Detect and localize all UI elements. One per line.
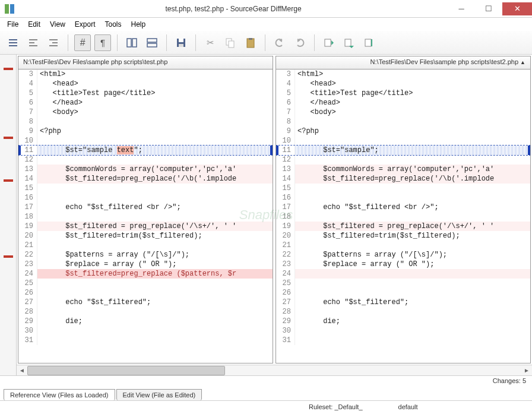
code-text	[37, 117, 273, 127]
diff-word-highlight: text	[117, 146, 134, 154]
right-code-body[interactable]: 3<html> 4 <head> 5 <title>Test page</tit…	[276, 69, 530, 363]
left-file-path: N:\TestFiles\Dev Files\sample php script…	[18, 56, 273, 69]
scroll-right-icon[interactable]: ►	[521, 366, 532, 375]
line-number: 20	[18, 231, 37, 241]
code-text: $commonWords = array('computer','pc','a'	[37, 165, 273, 174]
line-number: 30	[18, 326, 37, 336]
menu-view[interactable]: View	[45, 19, 70, 30]
align-right-icon[interactable]	[45, 34, 62, 51]
paste-icon[interactable]	[242, 34, 259, 51]
align-full-icon[interactable]	[5, 34, 21, 51]
code-text	[295, 155, 530, 165]
menu-help[interactable]: Help	[126, 19, 151, 30]
maximize-button[interactable]: ☐	[475, 2, 502, 15]
horizontal-scrollbar[interactable]: ◄ ►	[17, 365, 532, 375]
overview-ruler[interactable]	[0, 55, 17, 375]
tab-reference-view[interactable]: Reference View (Files as Loaded)	[4, 389, 115, 400]
undo-icon[interactable]	[271, 34, 288, 51]
code-text: $st_filtered=preg_replace('/\b('.implode	[295, 174, 530, 184]
menubar: File Edit View Export Tools Help	[0, 18, 532, 31]
line-number: 19	[18, 222, 37, 231]
code-text: </head>	[295, 98, 530, 108]
menu-edit[interactable]: Edit	[23, 19, 45, 30]
line-number: 21	[276, 241, 295, 250]
code-text: die;	[37, 317, 273, 326]
svg-rect-11	[127, 39, 131, 47]
code-text: </head>	[37, 98, 273, 108]
svg-rect-17	[179, 44, 183, 47]
line-number: 17	[276, 203, 295, 212]
cut-icon[interactable]: ✂	[202, 34, 218, 51]
overview-diff-mark[interactable]	[4, 68, 13, 70]
line-number: 5	[276, 88, 295, 98]
menu-tools[interactable]: Tools	[100, 19, 126, 30]
code-text	[37, 212, 273, 222]
code-text	[37, 193, 273, 203]
tab-edit-view[interactable]: Edit View (File as Edited)	[116, 389, 202, 400]
svg-rect-1	[10, 4, 14, 14]
code-text	[37, 184, 273, 193]
pilcrow-icon[interactable]: ¶	[94, 34, 111, 51]
svg-rect-24	[365, 39, 371, 46]
code-text: <head>	[37, 79, 273, 88]
svg-rect-14	[147, 43, 157, 47]
code-text	[37, 241, 273, 250]
line-number: 17	[18, 203, 37, 212]
line-number: 22	[18, 250, 37, 260]
redo-icon[interactable]	[292, 34, 308, 51]
code-text	[295, 326, 530, 336]
line-number: 11	[278, 146, 295, 155]
scroll-track[interactable]	[27, 366, 521, 375]
toolbar-separator	[195, 34, 196, 51]
code-text	[295, 117, 530, 127]
line-number: 15	[276, 184, 295, 193]
line-number: 16	[276, 193, 295, 203]
code-text: <html>	[37, 69, 273, 79]
code-text: <html>	[295, 69, 530, 79]
diff-content: Snapfiles N:\TestFiles\Dev Files\sample …	[0, 55, 532, 375]
line-number: 19	[276, 222, 295, 231]
close-button[interactable]: ✕	[502, 2, 532, 15]
selection-marker	[528, 146, 530, 155]
code-text: <body>	[295, 108, 530, 117]
code-text	[295, 269, 530, 279]
code-text: <?php	[295, 127, 530, 136]
line-number: 12	[276, 155, 295, 165]
split-horizontal-icon[interactable]	[144, 34, 160, 51]
code-text	[37, 336, 273, 345]
selection-marker	[270, 146, 273, 155]
line-number: 31	[18, 336, 37, 345]
toolbar: # ¶ ✂	[0, 31, 532, 55]
overview-diff-mark[interactable]	[4, 179, 13, 182]
status-mode: default	[398, 403, 418, 410]
menu-export[interactable]: Export	[70, 19, 100, 30]
line-number: 26	[276, 288, 295, 298]
overview-diff-mark[interactable]	[4, 137, 13, 139]
code-text	[295, 279, 530, 288]
save-icon[interactable]	[173, 34, 189, 51]
line-number: 10	[18, 136, 37, 146]
copy-icon[interactable]	[222, 34, 239, 51]
code-text	[295, 136, 530, 146]
line-number: 24	[276, 269, 295, 279]
code-text	[37, 307, 273, 317]
left-code-body[interactable]: 3<html> 4 <head> 5 <title>Test page</tit…	[18, 69, 273, 363]
line-number: 4	[18, 79, 37, 88]
scroll-thumb[interactable]	[27, 366, 225, 375]
next-diff-icon[interactable]	[341, 34, 357, 51]
overview-diff-mark[interactable]	[4, 255, 13, 258]
hash-icon[interactable]: #	[74, 34, 91, 51]
menu-file[interactable]: File	[2, 19, 23, 30]
line-number: 16	[18, 193, 37, 203]
first-diff-icon[interactable]	[321, 34, 337, 51]
code-text: <title>Test page</title>	[295, 88, 530, 98]
scroll-left-icon[interactable]: ◄	[17, 366, 27, 375]
minimize-button[interactable]: ─	[448, 2, 475, 15]
svg-rect-0	[5, 4, 9, 14]
line-number: 14	[18, 174, 37, 184]
align-left-icon[interactable]	[25, 34, 42, 51]
last-diff-icon[interactable]	[361, 34, 378, 51]
split-vertical-icon[interactable]	[124, 34, 140, 51]
code-text: echo "$st_filtered <br />";	[37, 203, 273, 212]
line-number: 18	[18, 212, 37, 222]
